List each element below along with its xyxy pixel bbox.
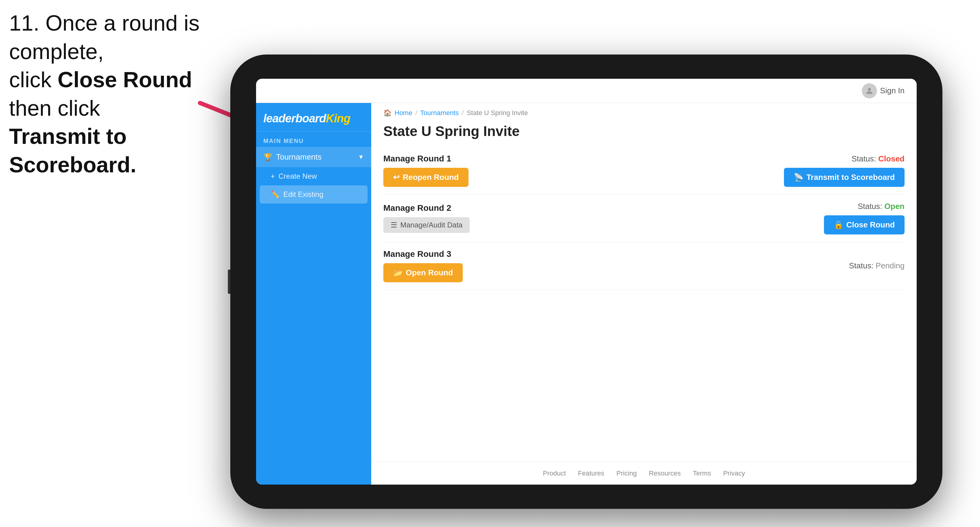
round-2-left: Manage Round 2 ☰ Manage/Audit Data (383, 203, 470, 233)
round-3-right: Status: Pending (849, 261, 905, 270)
tournaments-label: Tournaments (276, 152, 321, 162)
round-1-status-value: Closed (878, 154, 905, 163)
home-icon: 🏠 (383, 109, 391, 117)
instruction-block: 11. Once a round is complete, click Clos… (9, 9, 215, 179)
breadcrumb-sep1: / (415, 109, 417, 117)
logo: leaderboardKing (263, 112, 364, 125)
sidebar-item-tournaments[interactable]: 🏆 Tournaments ▼ (256, 147, 371, 167)
svg-point-4 (868, 88, 871, 91)
tablet-frame: Sign In leaderboardKing MAIN MENU 🏆 Tour… (230, 54, 942, 509)
close-round-button[interactable]: 🔒 Close Round (824, 215, 905, 235)
trophy-icon: 🏆 (263, 153, 272, 162)
sidebar-create-new[interactable]: + Create New (256, 167, 371, 185)
instruction-line3: Transmit to Scoreboard. (9, 122, 215, 179)
sidebar-edit-existing[interactable]: ✏️ Edit Existing (260, 185, 368, 203)
reopen-icon: ↩ (393, 173, 400, 182)
round-2-status: Status: Open (858, 202, 905, 211)
round-2-row: Manage Round 2 ☰ Manage/Audit Data Statu… (383, 194, 905, 242)
instruction-line1: 11. Once a round is complete, (9, 9, 215, 66)
round-2-right: Status: Open 🔒 Close Round (824, 202, 905, 235)
top-bar: Sign In (256, 79, 917, 103)
instruction-transmit: Transmit to Scoreboard. (9, 124, 136, 177)
footer: Product Features Pricing Resources Terms… (371, 462, 917, 484)
sidebar: leaderboardKing MAIN MENU 🏆 Tournaments … (256, 103, 371, 484)
round-1-right: Status: Closed 📡 Transmit to Scoreboard (784, 154, 905, 187)
reopen-round-button[interactable]: ↩ Reopen Round (383, 168, 468, 187)
manage-audit-label: Manage/Audit Data (400, 221, 463, 229)
edit-existing-label: Edit Existing (283, 190, 323, 199)
main-area: leaderboardKing MAIN MENU 🏆 Tournaments … (256, 103, 917, 484)
page-title: State U Spring Invite (371, 120, 917, 147)
sign-in-label: Sign In (880, 86, 905, 95)
close-icon: 🔒 (834, 220, 843, 230)
open-round-label: Open Round (406, 268, 453, 278)
breadcrumb: 🏠 Home / Tournaments / State U Spring In… (371, 103, 917, 120)
tablet-screen: Sign In leaderboardKing MAIN MENU 🏆 Tour… (256, 79, 917, 484)
edit-icon: ✏️ (270, 190, 280, 199)
round-1-left: Manage Round 1 ↩ Reopen Round (383, 154, 468, 187)
transmit-label: Transmit to Scoreboard (807, 173, 895, 182)
plus-icon: + (270, 172, 275, 181)
footer-features[interactable]: Features (578, 470, 604, 477)
logo-king: King (326, 112, 350, 125)
footer-privacy[interactable]: Privacy (723, 470, 745, 477)
round-3-status-value: Pending (876, 261, 905, 270)
footer-pricing[interactable]: Pricing (616, 470, 637, 477)
open-round-button[interactable]: 📂 Open Round (383, 263, 463, 282)
content-area: 🏠 Home / Tournaments / State U Spring In… (371, 103, 917, 484)
round-3-left: Manage Round 3 📂 Open Round (383, 249, 463, 282)
transmit-to-scoreboard-button[interactable]: 📡 Transmit to Scoreboard (784, 168, 905, 187)
transmit-icon: 📡 (794, 173, 803, 182)
manage-audit-data-button[interactable]: ☰ Manage/Audit Data (383, 217, 470, 233)
open-icon: 📂 (393, 268, 403, 278)
footer-resources[interactable]: Resources (649, 470, 681, 477)
round-2-title: Manage Round 2 (383, 203, 470, 213)
sidebar-logo: leaderboardKing (256, 103, 371, 132)
audit-icon: ☰ (391, 221, 397, 229)
breadcrumb-sep2: / (462, 109, 464, 117)
breadcrumb-current: State U Spring Invite (467, 109, 528, 117)
main-menu-label: MAIN MENU (256, 132, 371, 147)
breadcrumb-tournaments[interactable]: Tournaments (420, 109, 459, 117)
tablet-side-button (228, 270, 230, 294)
chevron-down-icon: ▼ (358, 154, 364, 160)
round-3-row: Manage Round 3 📂 Open Round Status: Pend… (383, 242, 905, 290)
round-1-title: Manage Round 1 (383, 154, 468, 163)
instruction-line2: click Close Round then click (9, 66, 215, 122)
create-new-label: Create New (278, 172, 317, 181)
round-1-row: Manage Round 1 ↩ Reopen Round Status: Cl… (383, 147, 905, 194)
footer-product[interactable]: Product (543, 470, 566, 477)
round-2-status-value: Open (885, 202, 905, 211)
sign-in-button[interactable]: Sign In (862, 83, 905, 98)
reopen-round-label: Reopen Round (403, 173, 459, 182)
logo-leaderboard: leaderboard (263, 112, 326, 125)
breadcrumb-home[interactable]: Home (395, 109, 412, 117)
user-avatar (862, 83, 877, 98)
close-round-label: Close Round (846, 220, 895, 230)
round-1-status: Status: Closed (851, 154, 905, 163)
rounds-container: Manage Round 1 ↩ Reopen Round Status: Cl… (371, 147, 917, 462)
footer-terms[interactable]: Terms (693, 470, 711, 477)
round-3-status: Status: Pending (849, 261, 905, 270)
round-3-title: Manage Round 3 (383, 249, 463, 259)
instruction-close-round: Close Round (57, 68, 192, 92)
